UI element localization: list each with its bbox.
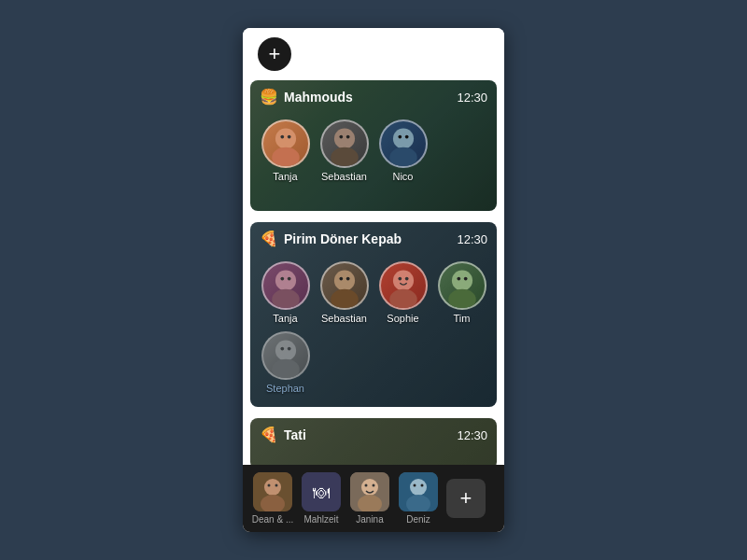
add-event-button[interactable]: + [258, 37, 291, 71]
svg-point-42 [365, 484, 368, 487]
card-content-pirim: 🍕 Pirim Döner Kepab 12:30 Tanja [250, 222, 497, 407]
mahmouds-avatars: Tanja Sebastian Nico [260, 116, 487, 188]
avatar-name-tanja-2: Tanja [273, 313, 297, 324]
svg-point-6 [339, 135, 343, 139]
bottom-label-dean: Dean & ... [252, 514, 293, 525]
avatar-name-tim: Tim [454, 313, 471, 324]
card-header-pirim: 🍕 Pirim Döner Kepab 12:30 [260, 230, 487, 248]
svg-point-30 [280, 347, 284, 351]
bottom-item-deniz[interactable]: Deniz [396, 472, 441, 525]
pirim-time: 12:30 [457, 232, 487, 246]
avatar-circle-stephan [261, 331, 310, 380]
avatar-nico[interactable]: Nico [377, 119, 429, 182]
bottom-label-janina: Janina [356, 514, 383, 525]
svg-point-18 [339, 277, 343, 281]
avatar-tanja-1[interactable]: Tanja [260, 119, 311, 182]
avatar-name-sebastian-1: Sebastian [321, 171, 367, 182]
bottom-avatar-janina [350, 472, 389, 511]
avatar-circle-tim [438, 261, 486, 310]
svg-point-25 [448, 289, 476, 310]
svg-point-4 [333, 128, 354, 148]
bottom-add-button[interactable]: + [446, 479, 486, 518]
top-bar: + [243, 28, 504, 77]
svg-point-15 [287, 277, 290, 281]
mahmouds-icon: 🍔 [260, 88, 278, 106]
bottom-avatar-dean [253, 472, 292, 511]
bottom-item-dean[interactable]: Dean & ... [250, 472, 295, 525]
tati-title-row: 🍕 Tati [260, 426, 306, 444]
svg-point-26 [457, 277, 460, 281]
card-content-mahmouds: 🍔 Mahmouds 12:30 Tanja [250, 80, 497, 195]
svg-point-9 [389, 147, 417, 168]
bottom-item-janina[interactable]: Janina [347, 472, 392, 525]
card-content-tati: 🍕 Tati 12:30 [250, 418, 497, 461]
bottom-avatar-deniz [399, 472, 438, 511]
svg-point-33 [264, 479, 281, 496]
card-tati[interactable]: 🍕 Tati 12:30 [250, 418, 497, 465]
bottom-nav-bar: Dean & ... 🍽 Mahlzeit Janina Deniz + [243, 465, 504, 532]
svg-point-31 [287, 347, 290, 351]
svg-point-47 [414, 484, 416, 487]
svg-text:🍽: 🍽 [313, 483, 330, 502]
bottom-avatar-mahlzeit: 🍽 [302, 472, 341, 511]
pirim-icon: 🍕 [260, 230, 278, 248]
svg-point-1 [272, 147, 300, 168]
bottom-item-mahlzeit[interactable]: 🍽 Mahlzeit [299, 472, 344, 525]
avatar-circle-sebastian-1 [320, 119, 369, 168]
avatar-name-nico: Nico [392, 171, 413, 182]
tati-icon: 🍕 [260, 426, 278, 444]
avatar-sebastian-1[interactable]: Sebastian [318, 119, 370, 182]
phone-container: + 🍔 Mahmouds 12:30 [243, 28, 504, 532]
mahmouds-title: Mahmouds [284, 90, 353, 105]
avatar-circle-tanja-1 [261, 119, 310, 168]
svg-point-17 [331, 289, 359, 310]
avatar-circle-tanja-2 [261, 261, 310, 310]
avatar-name-sebastian-2: Sebastian [321, 313, 367, 324]
svg-point-11 [404, 135, 408, 139]
mahmouds-time: 12:30 [457, 91, 487, 105]
card-title-row: 🍔 Mahmouds [260, 88, 353, 106]
svg-point-13 [272, 289, 300, 310]
svg-point-35 [268, 484, 271, 487]
avatar-name-sophie: Sophie [387, 313, 418, 324]
bottom-label-mahlzeit: Mahlzeit [303, 514, 338, 525]
svg-point-16 [333, 270, 354, 290]
svg-point-12 [275, 270, 295, 290]
bottom-label-deniz: Deniz [406, 514, 430, 525]
avatar-tanja-2[interactable]: Tanja [260, 261, 311, 324]
svg-point-3 [287, 135, 290, 139]
card-header-tati: 🍕 Tati 12:30 [260, 426, 487, 444]
card-pirim[interactable]: 🍕 Pirim Döner Kepab 12:30 Tanja [250, 222, 497, 407]
tati-time: 12:30 [457, 428, 487, 442]
pirim-title-row: 🍕 Pirim Döner Kepab [260, 230, 402, 248]
svg-point-29 [272, 359, 300, 380]
card-mahmouds[interactable]: 🍔 Mahmouds 12:30 Tanja [250, 80, 497, 211]
pirim-title: Pirim Döner Kepab [284, 231, 402, 246]
svg-point-2 [280, 135, 284, 139]
avatar-tim[interactable]: Tim [436, 261, 487, 324]
svg-point-19 [345, 277, 349, 281]
svg-point-10 [398, 135, 402, 139]
svg-point-7 [345, 135, 349, 139]
avatar-name-tanja-1: Tanja [273, 171, 297, 182]
svg-point-21 [389, 289, 417, 310]
avatar-sebastian-2[interactable]: Sebastian [318, 261, 370, 324]
svg-point-24 [451, 270, 472, 290]
svg-point-14 [280, 277, 284, 281]
svg-point-28 [275, 340, 295, 360]
tati-title: Tati [284, 427, 306, 442]
avatar-circle-nico [379, 119, 428, 168]
svg-point-36 [275, 484, 278, 487]
svg-point-22 [398, 277, 402, 281]
svg-point-8 [392, 128, 413, 148]
avatar-sophie[interactable]: Sophie [377, 261, 429, 324]
svg-point-43 [373, 484, 375, 487]
avatar-circle-sophie [379, 261, 428, 310]
avatar-circle-sebastian-2 [320, 261, 369, 310]
svg-point-5 [331, 147, 359, 168]
svg-point-45 [410, 479, 427, 496]
svg-point-20 [392, 270, 413, 290]
svg-point-27 [463, 277, 467, 281]
svg-point-48 [421, 484, 424, 487]
avatar-stephan[interactable]: Stephan [260, 331, 311, 394]
